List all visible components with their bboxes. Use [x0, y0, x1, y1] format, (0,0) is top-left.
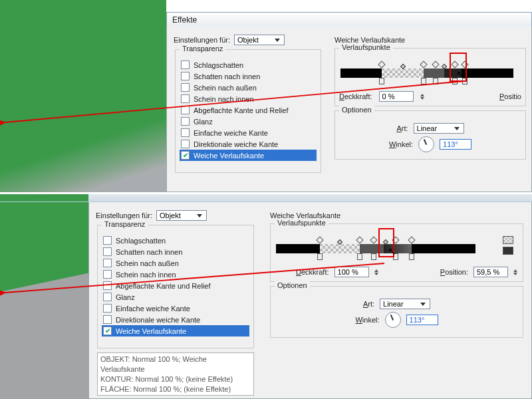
settings-for-select[interactable]: Objekt — [234, 35, 285, 45]
effect-item[interactable]: Abgeflachte Kante und Relief — [102, 280, 249, 291]
angle-field[interactable]: 113° — [440, 139, 471, 150]
chevron-down-icon — [197, 214, 202, 217]
effects-group-title: Transparenz — [180, 45, 225, 53]
opacity-field[interactable]: 0 % — [379, 91, 414, 102]
opacity-spin[interactable] — [420, 92, 426, 101]
effect-label: Einfache weiche Kante — [116, 305, 190, 313]
checkbox[interactable] — [181, 94, 190, 103]
effect-item[interactable]: Schlagschatten — [180, 59, 317, 70]
dialog-title: Effekte — [166, 12, 532, 28]
effect-label: Weiche Verlaufskante — [194, 152, 264, 160]
opacity-spin[interactable] — [374, 267, 380, 277]
checkbox[interactable] — [103, 315, 112, 324]
effect-label: Schein nach innen — [116, 271, 176, 279]
angle-dial[interactable] — [385, 312, 401, 328]
swatch-icon[interactable] — [503, 236, 513, 244]
checkbox[interactable] — [181, 151, 190, 160]
checkbox[interactable] — [103, 327, 112, 335]
options-group-title: Optionen — [275, 281, 310, 289]
effect-item[interactable]: Weiche Verlaufskante — [180, 150, 317, 161]
swatch-icon[interactable] — [503, 247, 513, 255]
effect-item[interactable]: Schatten nach innen — [102, 246, 249, 257]
canvas-preview-top — [0, 0, 166, 192]
effect-item[interactable]: Abgeflachte Kante und Relief — [180, 104, 317, 116]
gradient-editor-bottom[interactable] — [276, 244, 475, 253]
checkbox[interactable] — [103, 293, 112, 301]
position-field[interactable]: 59,5 % — [473, 267, 508, 277]
effect-label: Direktionale weiche Kante — [116, 316, 200, 324]
opacity-label: eckkraft: — [344, 92, 372, 100]
effect-label: Direktionale weiche Kante — [194, 140, 278, 148]
position-spin[interactable] — [513, 267, 519, 277]
checkbox[interactable] — [181, 128, 190, 137]
checkbox[interactable] — [181, 106, 190, 114]
settings-for-label: Einstellungen für: — [174, 36, 230, 44]
checkbox[interactable] — [103, 281, 112, 290]
effect-label: Glanz — [194, 118, 213, 126]
effect-item[interactable]: Weiche Verlaufskante — [102, 325, 249, 336]
effect-label: Schein nach innen — [194, 95, 254, 103]
points-group-title: Verlaufspunkte — [275, 219, 329, 227]
cursor-icon: ↖ — [456, 68, 465, 80]
effect-item[interactable]: Direktionale weiche Kante — [180, 138, 317, 150]
effect-item[interactable]: Glanz — [180, 116, 317, 127]
checkbox[interactable] — [103, 259, 112, 267]
checkbox[interactable] — [103, 236, 112, 245]
checkbox[interactable] — [181, 72, 190, 80]
effect-item[interactable]: Direktionale weiche Kante — [102, 314, 249, 325]
art-select[interactable]: Linear — [380, 299, 430, 309]
chevron-down-icon — [454, 127, 460, 130]
effect-label: Schlagschatten — [116, 237, 166, 245]
effect-item[interactable]: Einfache weiche Kante — [102, 303, 249, 314]
effect-item[interactable]: Schlagschatten — [102, 235, 249, 246]
options-group-title: Optionen — [339, 106, 374, 114]
effect-item[interactable]: Schatten nach innen — [180, 70, 317, 82]
summary-listbox: OBJEKT: Normal 100 %; Weiche Verlaufskan… — [97, 352, 254, 396]
effect-item[interactable]: Schein nach außen — [102, 257, 249, 269]
settings-for-select[interactable]: Objekt — [156, 210, 207, 221]
effect-label: Weiche Verlaufskante — [116, 327, 186, 335]
opacity-field[interactable]: 100 % — [334, 267, 369, 277]
effect-label: Abgeflachte Kante und Relief — [116, 282, 211, 290]
effect-item[interactable]: Schein nach innen — [180, 93, 317, 104]
chevron-down-icon — [420, 303, 426, 306]
effect-label: Schlagschatten — [194, 61, 243, 69]
effect-item[interactable]: Schein nach innen — [102, 269, 249, 280]
angle-dial[interactable] — [418, 136, 434, 152]
art-select[interactable]: Linear — [414, 123, 464, 134]
chevron-down-icon — [275, 39, 280, 42]
checkbox[interactable] — [181, 140, 190, 148]
effect-label: Glanz — [116, 293, 135, 301]
cursor-icon: ↖ — [388, 245, 396, 257]
settings-for-label: Einstellungen für: — [96, 211, 152, 219]
points-group-title: Verlaufspunkte — [339, 43, 393, 51]
effects-dialog-top: Effekte — [166, 12, 532, 28]
checkbox[interactable] — [181, 117, 190, 126]
effect-label: Schatten nach innen — [194, 72, 260, 80]
canvas-preview-bottom — [0, 194, 92, 399]
effect-item[interactable]: Schein nach außen — [180, 82, 317, 93]
gradient-editor-top[interactable] — [340, 68, 513, 78]
effect-label: Abgeflachte Kante und Relief — [194, 106, 289, 114]
effect-label: Einfache weiche Kante — [194, 129, 268, 137]
effects-group-title: Transparenz — [102, 220, 148, 228]
effect-label: Schein nach außen — [194, 84, 257, 92]
checkbox[interactable] — [103, 270, 112, 279]
angle-field[interactable]: 113° — [406, 315, 438, 325]
position-label: ositio — [504, 92, 521, 100]
checkbox[interactable] — [181, 61, 190, 69]
effect-item[interactable]: Einfache weiche Kante — [180, 127, 317, 138]
checkbox[interactable] — [103, 304, 112, 313]
checkbox[interactable] — [103, 247, 112, 256]
checkbox[interactable] — [181, 83, 190, 92]
effect-item[interactable]: Glanz — [102, 291, 249, 303]
effect-label: Schatten nach innen — [116, 248, 182, 256]
effect-label: Schein nach außen — [116, 259, 179, 267]
